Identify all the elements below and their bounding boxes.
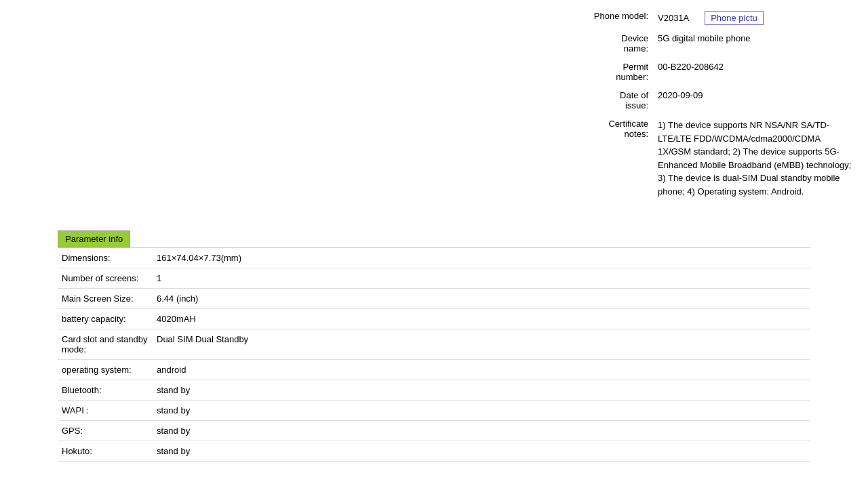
phone-model-value: V2031A Phone pictu [651,7,854,29]
parameter-table: Dimensions:161×74.04×7.73(mm)Number of s… [58,247,810,462]
permit-number-row: Permitnumber: 00-B220-208642 [583,58,854,86]
param-label: Number of screens: [58,268,153,289]
table-row: Card slot and standby mode:Dual SIM Dual… [58,329,810,360]
parameter-info-header: Parameter info [58,230,130,247]
permit-number-value: 00-B220-208642 [651,58,854,86]
table-row: GPS:stand by [58,421,810,441]
device-name-value: 5G digital mobile phone [651,29,854,58]
table-row: Bluetooth:stand by [58,380,810,401]
device-info-table: Phone model: V2031A Phone pictu Devicena… [583,7,854,202]
param-label: Bluetooth: [58,380,153,401]
param-label: Hokuto: [58,441,153,462]
certificate-notes-label: Certificatenotes: [583,115,651,202]
permit-number-label: Permitnumber: [583,58,651,86]
table-row: Hokuto:stand by [58,441,810,462]
date-of-issue-value: 2020-09-09 [651,86,854,115]
param-label: WAPI : [58,401,153,421]
certificate-notes-row: Certificatenotes: 1) The device supports… [583,115,854,202]
phone-model-row: Phone model: V2031A Phone pictu [583,7,854,29]
table-row: WAPI :stand by [58,401,810,421]
param-label: Card slot and standby mode: [58,329,153,360]
param-value: 4020mAH [153,309,810,329]
table-row: operating system:android [58,360,810,380]
table-row: battery capacity:4020mAH [58,309,810,329]
phone-model-label: Phone model: [583,7,651,29]
date-of-issue-row: Date ofissue: 2020-09-09 [583,86,854,115]
param-value: 1 [153,268,810,289]
table-row: Dimensions:161×74.04×7.73(mm) [58,248,810,268]
param-value: stand by [153,441,810,462]
param-value: stand by [153,380,810,401]
table-row: Main Screen Size:6.44 (inch) [58,289,810,309]
date-of-issue-label: Date ofissue: [583,86,651,115]
device-name-label: Devicename: [583,29,651,58]
parameter-info-section: Parameter info Dimensions:161×74.04×7.73… [0,230,868,462]
param-value: Dual SIM Dual Standby [153,329,810,360]
param-label: Dimensions: [58,248,153,268]
param-value: stand by [153,401,810,421]
certificate-notes-value: 1) The device supports NR NSA/NR SA/TD-L… [651,115,854,202]
param-value: android [153,360,810,380]
phone-picture-button[interactable]: Phone pictu [705,11,764,25]
param-label: Main Screen Size: [58,289,153,309]
param-label: GPS: [58,421,153,441]
table-row: Number of screens:1 [58,268,810,289]
param-value: stand by [153,421,810,441]
device-info-section: Phone model: V2031A Phone pictu Devicena… [570,0,868,209]
param-label: battery capacity: [58,309,153,329]
param-value: 161×74.04×7.73(mm) [153,248,810,268]
device-name-row: Devicename: 5G digital mobile phone [583,29,854,58]
param-label: operating system: [58,360,153,380]
param-value: 6.44 (inch) [153,289,810,309]
